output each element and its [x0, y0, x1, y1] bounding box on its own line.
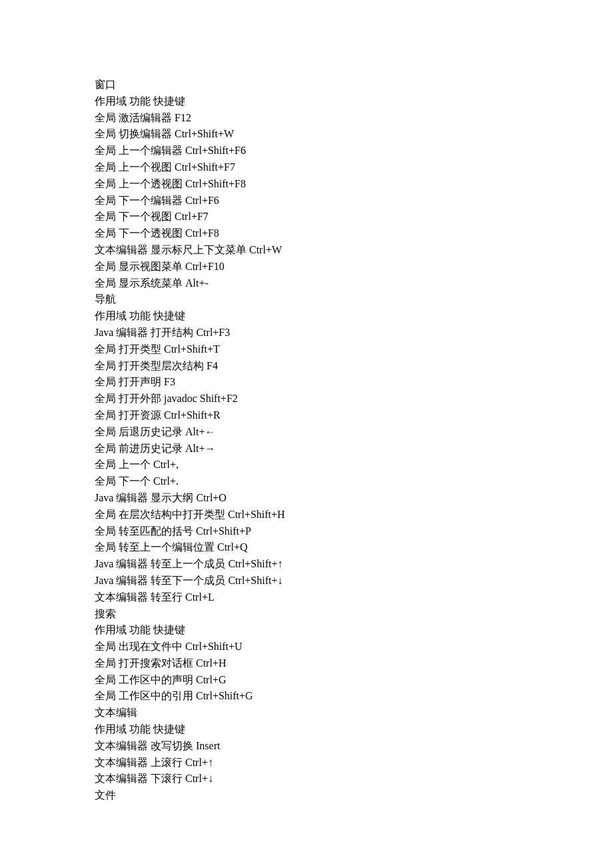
text-line: 全局 下一个视图 Ctrl+F7 [95, 209, 520, 225]
text-line: 全局 出现在文件中 Ctrl+Shift+U [95, 639, 520, 655]
text-line: 文本编辑器 转至行 Ctrl+L [95, 589, 520, 606]
text-line: 文件 [95, 787, 520, 804]
text-line: 全局 下一个编辑器 Ctrl+F6 [95, 193, 520, 209]
text-line: 作用域 功能 快捷键 [95, 308, 520, 325]
text-line: 全局 显示系统菜单 Alt+- [95, 275, 520, 292]
text-line: 全局 打开外部 javadoc Shift+F2 [95, 391, 520, 407]
text-line: 全局 转至匹配的括号 Ctrl+Shift+P [95, 523, 520, 540]
text-line: 全局 后退历史记录 Alt+← [95, 424, 520, 441]
text-line: 窗口 [95, 77, 520, 93]
text-line: 全局 上一个视图 Ctrl+Shift+F7 [95, 159, 520, 176]
text-line: 作用域 功能 快捷键 [95, 93, 520, 110]
text-line: Java 编辑器 显示大纲 Ctrl+O [95, 490, 520, 507]
text-line: 全局 工作区中的引用 Ctrl+Shift+G [95, 688, 520, 705]
text-line: 全局 下一个透视图 Ctrl+F8 [95, 225, 520, 242]
text-line: 全局 打开声明 F3 [95, 374, 520, 391]
document-page: 窗口作用域 功能 快捷键全局 激活编辑器 F12全局 切换编辑器 Ctrl+Sh… [0, 0, 613, 868]
text-line: 全局 激活编辑器 F12 [95, 110, 520, 127]
text-line: 文本编辑器 显示标尺上下文菜单 Ctrl+W [95, 242, 520, 259]
text-line: 作用域 功能 快捷键 [95, 721, 520, 738]
text-line: 全局 切换编辑器 Ctrl+Shift+W [95, 126, 520, 143]
shortcut-list: 窗口作用域 功能 快捷键全局 激活编辑器 F12全局 切换编辑器 Ctrl+Sh… [95, 77, 520, 804]
text-line: 全局 在层次结构中打开类型 Ctrl+Shift+H [95, 507, 520, 523]
text-line: 文本编辑器 下滚行 Ctrl+↓ [95, 771, 520, 787]
text-line: 全局 打开类型层次结构 F4 [95, 358, 520, 375]
text-line: 全局 打开搜索对话框 Ctrl+H [95, 655, 520, 672]
text-line: 全局 工作区中的声明 Ctrl+G [95, 672, 520, 689]
text-line: 全局 上一个 Ctrl+, [95, 457, 520, 473]
text-line: 全局 转至上一个编辑位置 Ctrl+Q [95, 539, 520, 556]
text-line: 文本编辑 [95, 705, 520, 721]
text-line: 全局 打开资源 Ctrl+Shift+R [95, 407, 520, 424]
text-line: 文本编辑器 改写切换 Insert [95, 738, 520, 755]
text-line: 全局 前进历史记录 Alt+→ [95, 441, 520, 457]
text-line: 全局 下一个 Ctrl+. [95, 473, 520, 490]
text-line: 文本编辑器 上滚行 Ctrl+↑ [95, 755, 520, 771]
text-line: 全局 打开类型 Ctrl+Shift+T [95, 341, 520, 358]
text-line: 全局 显示视图菜单 Ctrl+F10 [95, 259, 520, 275]
text-line: 全局 上一个编辑器 Ctrl+Shift+F6 [95, 143, 520, 159]
text-line: 导航 [95, 291, 520, 308]
text-line: Java 编辑器 打开结构 Ctrl+F3 [95, 325, 520, 341]
text-line: 全局 上一个透视图 Ctrl+Shift+F8 [95, 176, 520, 193]
text-line: 作用域 功能 快捷键 [95, 622, 520, 639]
text-line: Java 编辑器 转至上一个成员 Ctrl+Shift+↑ [95, 556, 520, 573]
text-line: 搜索 [95, 606, 520, 623]
text-line: Java 编辑器 转至下一个成员 Ctrl+Shift+↓ [95, 573, 520, 589]
